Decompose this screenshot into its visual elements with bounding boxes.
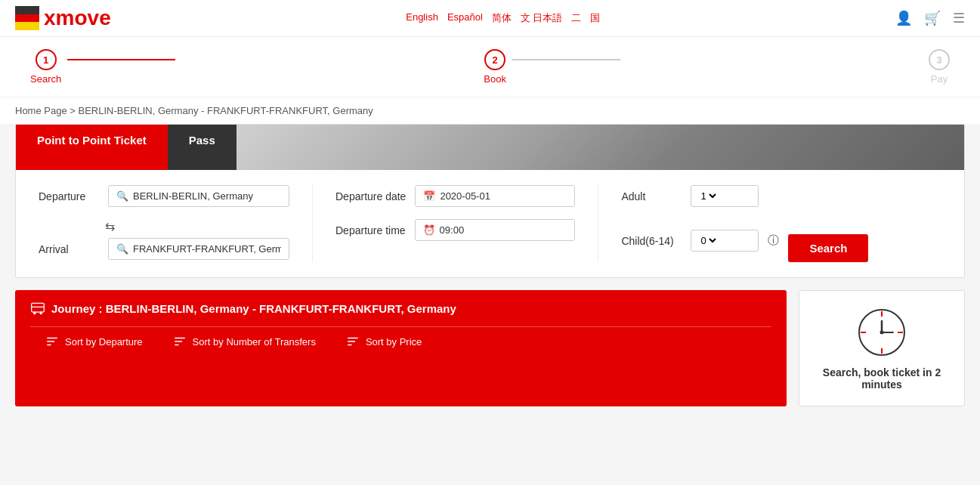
calendar-icon: 📅 (423, 190, 435, 202)
date-input[interactable] (440, 190, 567, 202)
bus-icon (30, 301, 45, 316)
departure-label: Departure (39, 190, 99, 202)
journey-title: Journey : BERLIN-BERLIN, Germany - FRANK… (30, 301, 771, 316)
svg-rect-1 (15, 14, 39, 22)
adult-label: Adult (621, 190, 682, 202)
step-line-1 (67, 59, 175, 60)
arrival-input[interactable] (133, 243, 281, 255)
tab-point-to-point[interactable]: Point to Point Ticket (16, 125, 168, 170)
svg-rect-2 (15, 22, 39, 30)
form-col-passengers: Adult 1 2 3 Child(6-14) 0 1 2 (621, 185, 868, 262)
step-pay-circle: 3 (929, 49, 950, 70)
sort-transfers-icon (173, 335, 187, 348)
divider-2 (598, 185, 598, 262)
sort-transfers-button[interactable]: Sort by Number of Transfers (158, 327, 331, 356)
cart-icon[interactable]: 🛒 (924, 10, 941, 26)
sort-price-button[interactable]: Sort by Price (331, 327, 437, 356)
tabs-bar: Point to Point Ticket Pass (16, 125, 964, 170)
breadcrumb-text: Home Page > BERLIN-BERLIN, Germany - FRA… (15, 105, 373, 116)
sort-departure-icon (45, 335, 59, 348)
step-book-circle: 2 (484, 49, 505, 70)
logo: xmove (15, 6, 111, 30)
search-button[interactable]: Search (788, 234, 868, 262)
logo-text: xmove (44, 6, 111, 30)
divider-1 (312, 185, 313, 262)
adult-select-wrap: 1 2 3 (691, 185, 759, 207)
step-search: 1 Search (30, 49, 61, 85)
step-pay: 3 Pay (929, 49, 950, 85)
arrival-input-wrap: 🔍 (108, 238, 289, 260)
svg-rect-3 (32, 303, 45, 312)
header-nav: English Español 简体 文 日本語 二 国 (406, 11, 600, 25)
nav-english[interactable]: English (406, 11, 438, 25)
user-icon[interactable]: 👤 (895, 10, 912, 26)
breadcrumb: Home Page > BERLIN-BERLIN, Germany - FRA… (0, 97, 980, 124)
form-row-child: Child(6-14) 0 1 2 ⓘ Search (621, 219, 868, 262)
step-book-label: Book (484, 73, 506, 85)
search-icon-arrival: 🔍 (116, 243, 128, 255)
sort-departure-button[interactable]: Sort by Departure (30, 327, 158, 356)
right-panel: Search, book ticket in 2 minutes (799, 290, 965, 406)
header: xmove English Español 简体 文 日本語 二 国 👤 🛒 ☰ (0, 0, 980, 37)
form-row-date: Departure date 📅 (335, 185, 575, 207)
info-icon[interactable]: ⓘ (768, 233, 779, 248)
child-select-wrap: 0 1 2 (691, 230, 759, 252)
departure-input[interactable] (133, 190, 281, 202)
clock-icon-large (855, 306, 908, 359)
journey-sorts: Sort by Departure Sort by Number of Tran… (30, 326, 771, 356)
clock-icon: ⏰ (423, 224, 435, 236)
svg-point-25 (880, 331, 884, 335)
time-input-wrap: ⏰ (415, 219, 575, 241)
child-select[interactable]: 0 1 2 (697, 234, 719, 247)
time-input[interactable] (440, 224, 567, 236)
nav-espanol[interactable]: Español (447, 11, 483, 25)
adult-select[interactable]: 1 2 3 (697, 190, 719, 202)
form-row-time: Departure time ⏰ (335, 219, 575, 241)
svg-point-6 (40, 312, 42, 314)
tab-image (236, 125, 964, 170)
search-icon-departure: 🔍 (116, 190, 128, 202)
form-row-arrival: Arrival 🔍 (39, 238, 289, 260)
child-label: Child(6-14) (621, 235, 682, 247)
right-panel-text: Search, book ticket in 2 minutes (815, 366, 949, 391)
header-icons: 👤 🛒 ☰ (895, 10, 965, 26)
search-card: Point to Point Ticket Pass Departure 🔍 ⇆… (15, 124, 965, 278)
nav-extra2[interactable]: 国 (590, 11, 600, 25)
sort-price-icon (346, 335, 360, 348)
logo-flag-icon (15, 6, 39, 30)
departure-input-wrap: 🔍 (108, 185, 289, 207)
tab-pass[interactable]: Pass (168, 125, 236, 170)
journey-bar: Journey : BERLIN-BERLIN, Germany - FRANK… (15, 290, 787, 406)
form-area: Departure 🔍 ⇆ Arrival 🔍 Departur (16, 170, 964, 277)
svg-point-5 (33, 312, 36, 314)
departure-date-label: Departure date (335, 190, 406, 202)
sort-transfers-label: Sort by Number of Transfers (193, 336, 316, 348)
sort-price-label: Sort by Price (366, 336, 422, 348)
tab-image-inner (236, 125, 964, 170)
nav-extra1[interactable]: 二 (571, 11, 581, 25)
form-col-locations: Departure 🔍 ⇆ Arrival 🔍 (39, 185, 289, 260)
journey-title-text: Journey : BERLIN-BERLIN, Germany - FRANK… (51, 302, 456, 315)
step-line-2 (512, 59, 620, 60)
menu-icon[interactable]: ☰ (953, 10, 965, 26)
departure-time-label: Departure time (335, 224, 406, 236)
form-row-adult: Adult 1 2 3 (621, 185, 868, 207)
step-search-label: Search (30, 73, 61, 85)
sort-departure-label: Sort by Departure (65, 336, 143, 348)
form-row-swap: ⇆ (99, 219, 289, 233)
date-input-wrap: 📅 (415, 185, 575, 207)
progress-bar: 1 Search 2 Book 3 Pay (0, 37, 980, 97)
step-search-circle: 1 (36, 49, 57, 70)
step-pay-label: Pay (931, 73, 948, 85)
form-row-departure: Departure 🔍 (39, 185, 289, 207)
form-col-dates: Departure date 📅 Departure time ⏰ (335, 185, 575, 241)
nav-japanese[interactable]: 文 日本語 (521, 11, 563, 25)
svg-rect-0 (15, 6, 39, 14)
journey-container: Journey : BERLIN-BERLIN, Germany - FRANK… (15, 290, 965, 406)
arrival-label: Arrival (39, 243, 99, 255)
step-book: 2 Book (484, 49, 506, 85)
nav-simplified[interactable]: 简体 (492, 11, 512, 25)
swap-icon[interactable]: ⇆ (105, 219, 115, 233)
